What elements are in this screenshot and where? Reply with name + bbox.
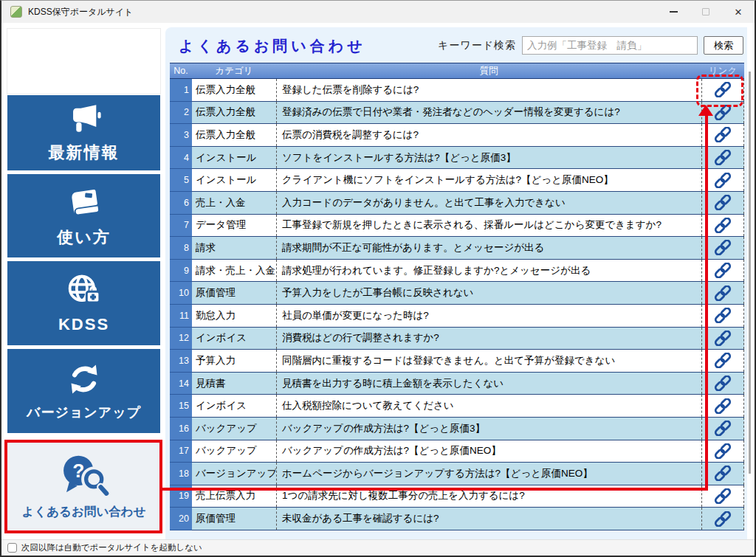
row-number: 16 [170,418,192,440]
sidebar-item-how-to-use[interactable]: 使い方 [7,174,160,257]
row-number: 5 [170,169,192,192]
row-category: データ管理 [192,215,276,237]
search-input[interactable] [522,36,698,55]
table-row: 10 原価管理 予算入力をしたが工事台帳に反映されない [170,282,744,305]
table-row: 7 データ管理 工事登録で新規を押したときに表示される、採番ルールはどこから変更… [170,215,744,238]
maximize-button[interactable] [690,1,722,23]
link-button[interactable] [701,169,744,191]
link-button[interactable] [701,508,744,530]
row-category: 伝票入力全般 [192,102,276,124]
row-number: 1 [170,79,192,102]
table-row: 8 請求 請求期間が不正な可能性があります。とメッセージが出る [170,237,744,260]
link-button[interactable] [701,79,744,101]
main-panel: よくあるお問い合わせ キーワード検索 検索 No. カテゴリ 質問 リンク 1 … [165,27,747,540]
table-row: 6 売上・入金 入力コードのデータがありません。と出て工事を入力できない [170,192,744,215]
row-question: 未収金がある工事を確認するには? [276,508,701,530]
sidebar-item-kdss[interactable]: KDSS [7,261,160,345]
table-row: 15 インボイス 仕入税額控除について教えてください [170,395,744,418]
sidebar-item-latest-news[interactable]: 最新情報 [7,95,160,170]
link-icon [713,376,732,391]
table-row: 1 伝票入力全般 登録した伝票を削除するには? [170,79,744,102]
globe-medical-icon [63,272,105,309]
row-category: 勤怠入力 [192,305,276,327]
sidebar-item-faq[interactable]: ? よくあるお問い合わせ [7,443,160,530]
row-category: インボイス [192,328,276,350]
minimize-button[interactable] [657,1,690,23]
footer-bar: 次回以降は自動でポータルサイトを起動しない [1,539,755,556]
book-icon [61,181,106,223]
row-number: 12 [170,328,192,350]
sidebar-item-label: KDSS [58,315,109,334]
row-category: バージョンアップ [192,463,276,485]
link-button[interactable] [701,418,744,440]
sidebar-item-label: バージョンアップ [27,404,141,421]
vertical-scrollbar[interactable] [749,72,751,474]
refresh-icon [64,361,104,398]
app-window: KDSS保守ポータルサイト ✕ 最新情報 使い方 [0,0,756,557]
minimize-icon [670,11,678,13]
table-row: 4 インストール ソフトをインストールする方法は?【どっと原価3】 [170,147,744,170]
row-category: 見積書 [192,373,276,395]
row-question: ホームページからバージョンアップする方法は?【どっと原価NEO】 [276,463,701,485]
link-icon [713,511,732,527]
row-category: 請求・売上・入金 [192,260,276,282]
row-question: ソフトをインストールする方法は?【どっと原価3】 [276,147,701,169]
link-button[interactable] [701,215,744,237]
row-category: インストール [192,169,276,191]
row-question: 工事登録で新規を押したときに表示される、採番ルールはどこから変更できますか? [276,215,701,237]
link-button[interactable] [701,102,744,124]
table-body: 1 伝票入力全般 登録した伝票を削除するには? 2 伝票入力全般 登録済みの伝票… [170,79,744,530]
link-icon [713,195,732,210]
link-icon [713,331,732,346]
megaphone-icon [64,102,104,136]
row-question: 請求期間が不正な可能性があります。とメッセージが出る [276,237,701,259]
app-icon [10,6,22,18]
link-button[interactable] [701,305,744,327]
faq-table: No. カテゴリ 質問 リンク 1 伝票入力全般 登録した伝票を削除するには? [170,63,744,530]
header-no: No. [170,63,192,78]
link-button[interactable] [701,147,744,169]
table-row: 19 売上伝票入力 1つの請求先に対し複数工事分の売上を入力するには? [170,485,744,508]
row-category: インストール [192,147,276,169]
header-question: 質問 [276,63,701,78]
link-button[interactable] [701,237,744,259]
search-bar: キーワード検索 検索 [438,36,743,55]
close-icon: ✕ [735,7,743,18]
link-button[interactable] [701,192,744,214]
autostart-checkbox-label: 次回以降は自動でポータルサイトを起動しない [21,542,202,553]
link-button[interactable] [701,485,744,508]
table-row: 14 見積書 見積書を出力する時に積上金額を表示したくない [170,373,744,395]
link-icon [713,150,732,165]
row-category: バックアップ [192,418,276,440]
row-category: 原価管理 [192,508,276,530]
close-button[interactable]: ✕ [722,1,755,23]
link-button[interactable] [701,373,744,395]
row-question: 予算入力をしたが工事台帳に反映されない [276,282,701,304]
link-button[interactable] [701,260,744,282]
link-button[interactable] [701,395,744,417]
search-label: キーワード検索 [438,39,516,52]
row-question: 伝票の消費税を調整するには? [276,124,701,146]
link-button[interactable] [701,440,744,463]
search-button[interactable]: 検索 [704,36,743,55]
autostart-checkbox[interactable] [7,543,17,553]
link-icon [713,421,732,436]
row-question: 登録済みの伝票で日付や業者・発注者などのヘッダー情報を変更するには? [276,102,701,124]
row-number: 19 [170,485,192,508]
link-icon [713,308,732,323]
link-button[interactable] [701,282,744,304]
row-number: 17 [170,440,192,463]
link-button[interactable] [701,328,744,350]
row-category: インボイス [192,395,276,417]
link-button[interactable] [701,463,744,485]
sidebar-item-version-up[interactable]: バージョンアップ [7,349,160,433]
link-icon [713,263,732,278]
table-row: 17 バックアップ バックアップの作成方法は?【どっと原価NEO】 [170,440,744,463]
link-button[interactable] [701,350,744,372]
window-title: KDSS保守ポータルサイト [28,6,133,18]
link-button[interactable] [701,124,744,146]
link-icon [713,353,732,368]
row-number: 9 [170,260,192,283]
row-category: 売上伝票入力 [192,485,276,508]
faq-search-icon: ? [55,452,113,498]
